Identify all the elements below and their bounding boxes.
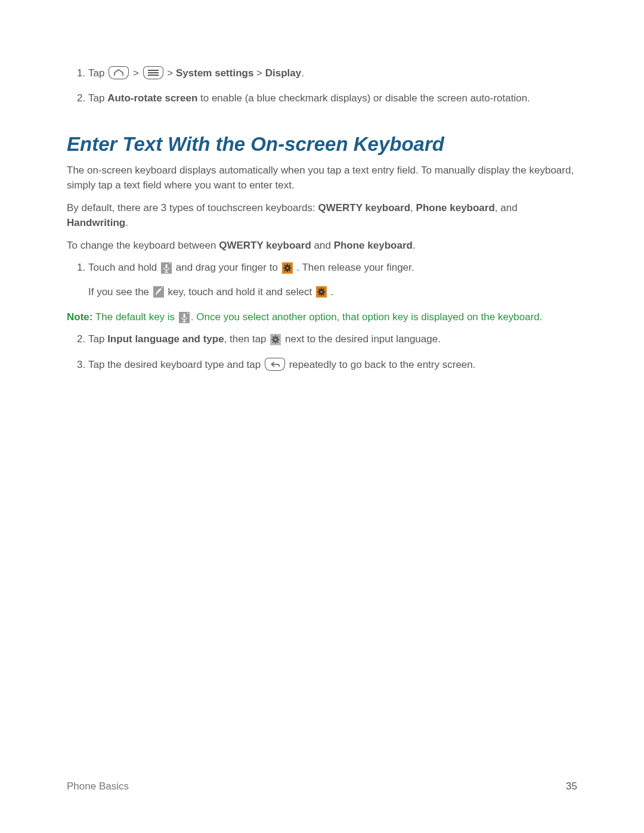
- svg-point-16: [320, 291, 323, 293]
- svg-rect-7: [283, 267, 285, 268]
- note-label: Note:: [67, 311, 92, 323]
- svg-rect-31: [275, 342, 276, 343]
- svg-rect-27: [182, 321, 186, 322]
- separator: >: [133, 67, 139, 79]
- svg-point-29: [274, 339, 277, 341]
- separator: >: [256, 67, 262, 79]
- page-footer: Phone Basics 35: [67, 781, 577, 792]
- svg-rect-25: [183, 314, 185, 318]
- steps-keyboard: Touch and hold and drag your finger to .…: [67, 260, 577, 300]
- intro-para-1: The on-screen keyboard displays automati…: [67, 163, 577, 193]
- svg-rect-6: [287, 270, 288, 272]
- svg-rect-33: [278, 339, 280, 340]
- step-1: Touch and hold and drag your finger to .…: [88, 260, 577, 300]
- voice-key-icon: [161, 262, 172, 274]
- footer-page-number: 35: [566, 781, 577, 792]
- kbd-handwriting: Handwriting: [67, 217, 125, 228]
- footer-section: Phone Basics: [67, 781, 129, 792]
- intro-para-3: To change the keyboard between QWERTY ke…: [67, 238, 577, 253]
- text: Tap: [88, 67, 104, 79]
- path-display: Display: [265, 67, 301, 79]
- step-1: Tap > > System settings > Display.: [88, 66, 577, 81]
- svg-rect-32: [272, 339, 274, 340]
- home-key-icon: [109, 66, 129, 79]
- step-2: Tap Input language and type, then tap ne…: [88, 332, 577, 347]
- svg-rect-0: [166, 264, 168, 268]
- auto-rotate-label: Auto-rotate screen: [107, 92, 197, 104]
- kbd-phone: Phone keyboard: [416, 202, 495, 213]
- settings-gear-icon: [316, 286, 327, 298]
- settings-gear-grey-icon: [270, 334, 281, 345]
- voice-key-icon: [179, 312, 190, 323]
- svg-rect-8: [289, 267, 291, 268]
- svg-rect-26: [184, 320, 185, 321]
- svg-rect-18: [321, 294, 322, 296]
- path-system-settings: System settings: [176, 67, 253, 79]
- svg-rect-1: [166, 270, 167, 272]
- svg-rect-20: [323, 292, 325, 293]
- note: Note: The default key is . Once you sele…: [67, 309, 577, 325]
- step-2: Tap Auto-rotate screen to enable (a blue…: [88, 91, 577, 106]
- svg-rect-5: [287, 264, 288, 265]
- intro-para-2: By default, there are 3 types of touchsc…: [67, 200, 577, 231]
- separator: >: [167, 67, 173, 79]
- steps-display: Tap > > System settings > Display. Tap A…: [67, 66, 577, 107]
- input-lang-type: Input language and type: [107, 333, 224, 345]
- step-1-line-1: Touch and hold and drag your finger to .…: [88, 260, 577, 275]
- text: To change the keyboard between: [67, 240, 219, 251]
- text: By default, there are 3 types of touchsc…: [67, 202, 318, 213]
- step-3: Tap the desired keyboard type and tap re…: [88, 357, 577, 373]
- text: Tap: [88, 92, 107, 104]
- pen-key-icon: [153, 286, 164, 298]
- svg-rect-19: [317, 292, 319, 293]
- kbd-qwerty: QWERTY keyboard: [318, 202, 410, 213]
- step-1-line-2: If you see the key, touch and hold it an…: [88, 284, 577, 300]
- steps-keyboard-cont: Tap Input language and type, then tap ne…: [67, 332, 577, 373]
- svg-point-4: [286, 267, 289, 270]
- text: to enable (a blue checkmark displays) or…: [197, 92, 530, 104]
- svg-rect-30: [275, 336, 276, 337]
- manual-page: Tap > > System settings > Display. Tap A…: [0, 0, 644, 833]
- svg-rect-17: [321, 288, 322, 290]
- menu-key-icon: [143, 66, 163, 79]
- back-key-icon: [265, 358, 285, 371]
- svg-rect-2: [165, 272, 168, 272]
- settings-gear-icon: [282, 262, 293, 274]
- section-heading: Enter Text With the On-screen Keyboard: [67, 133, 577, 156]
